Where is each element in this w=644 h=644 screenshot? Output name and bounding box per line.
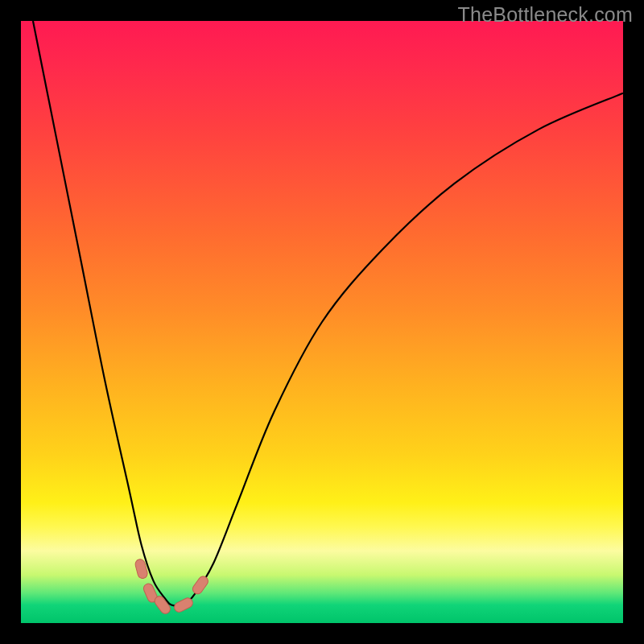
- chart-svg: [21, 21, 623, 623]
- watermark-text: TheBottleneck.com: [458, 3, 633, 27]
- chart-plot-area: [21, 21, 623, 623]
- curve-markers: [134, 559, 210, 616]
- curve-marker: [191, 575, 210, 597]
- bottleneck-curve: [33, 21, 623, 606]
- curve-marker: [173, 597, 195, 613]
